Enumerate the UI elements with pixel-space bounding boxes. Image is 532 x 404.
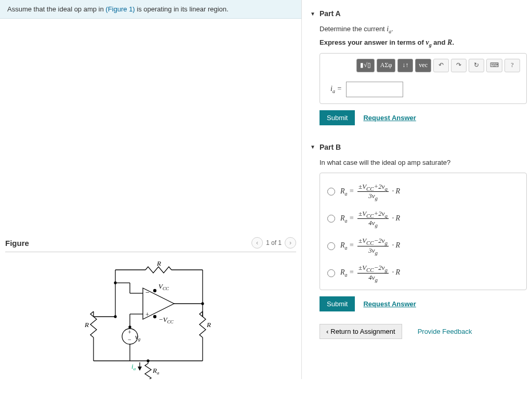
return-button[interactable]: ‹Return to Assignment <box>320 324 402 339</box>
svg-text:+: + <box>128 329 131 336</box>
choice-4[interactable]: Ra = ±VCC−2vg4vg · R <box>327 259 519 286</box>
prompt-post: is operating in its linear region. <box>135 5 229 13</box>
tool-template-button[interactable]: ▮√▯ <box>356 59 375 72</box>
svg-marker-34 <box>138 367 142 371</box>
svg-text:R: R <box>156 259 161 267</box>
choice-2-radio[interactable] <box>327 215 335 223</box>
svg-point-30 <box>129 326 131 328</box>
request-answer-a-link[interactable]: Request Answer <box>363 114 416 122</box>
svg-text:R: R <box>206 321 211 329</box>
svg-point-9 <box>154 316 156 318</box>
svg-text:Ra: Ra <box>152 367 159 375</box>
choice-3[interactable]: Ra = ±VCC−2vg3vg · R <box>327 232 519 259</box>
tool-subscript-button[interactable]: ↓↑ <box>397 59 413 72</box>
svg-point-31 <box>202 303 204 305</box>
part-a-header[interactable]: Part A <box>310 6 527 23</box>
svg-text:vg: vg <box>135 333 141 342</box>
svg-text:VCC: VCC <box>158 282 169 291</box>
svg-point-28 <box>114 282 116 284</box>
choice-1-radio[interactable] <box>327 188 335 196</box>
request-answer-b-link[interactable]: Request Answer <box>363 300 416 308</box>
problem-prompt: Assume that the ideal op amp in (Figure … <box>0 0 301 19</box>
submit-b-button[interactable]: Submit <box>320 296 355 311</box>
svg-text:−VCC: −VCC <box>158 316 174 324</box>
svg-text:+: + <box>145 310 149 318</box>
chevron-left-icon: ‹ <box>326 328 328 335</box>
svg-text:R: R <box>84 321 89 329</box>
tool-keyboard-button[interactable]: ⌨ <box>486 59 502 72</box>
feedback-link[interactable]: Provide Feedback <box>418 328 472 335</box>
choice-4-radio[interactable] <box>327 269 335 277</box>
choice-1[interactable]: Ra = ±VCC+2vg3vg · R <box>327 178 519 205</box>
choice-group-b: Ra = ±VCC+2vg3vg · R Ra = ±VCC+2vg4vg · … <box>320 173 527 291</box>
eq-lhs: ia = <box>330 85 342 94</box>
svg-point-29 <box>114 316 116 318</box>
answer-box-a: ▮√▯ ΑΣφ ↓↑ vec ↶ ↷ ↻ ⌨ ? ia = <box>320 53 527 104</box>
figure-counter: 1 of 1 <box>266 239 282 246</box>
svg-point-8 <box>154 290 156 292</box>
tool-redo-button[interactable]: ↷ <box>451 59 467 72</box>
svg-text:−: − <box>128 336 131 343</box>
prompt-pre: Assume that the ideal op amp in <box>7 5 105 13</box>
figure-prev-button[interactable]: ‹ <box>251 237 263 249</box>
part-a-instruction-1: Determine the current ia. <box>320 25 527 34</box>
tool-vec-button[interactable]: vec <box>415 59 431 72</box>
part-b-header[interactable]: Part B <box>310 140 527 157</box>
choice-2[interactable]: Ra = ±VCC+2vg4vg · R <box>327 205 519 232</box>
answer-input-a[interactable] <box>346 82 403 97</box>
figure-title: Figure <box>5 239 29 247</box>
svg-point-32 <box>147 360 149 362</box>
circuit-diagram: R − + VCC −VCC R R + − vg ia Ra <box>68 259 234 379</box>
svg-text:ia: ia <box>131 362 136 371</box>
tool-help-button[interactable]: ? <box>504 59 520 72</box>
figure-link[interactable]: (Figure 1) <box>105 5 135 13</box>
submit-a-button[interactable]: Submit <box>320 110 355 125</box>
svg-text:−: − <box>145 289 150 296</box>
tool-reset-button[interactable]: ↻ <box>469 59 484 72</box>
choice-3-radio[interactable] <box>327 242 335 250</box>
tool-undo-button[interactable]: ↶ <box>433 59 449 72</box>
tool-greek-button[interactable]: ΑΣφ <box>377 59 396 72</box>
figure-next-button[interactable]: › <box>285 237 296 249</box>
part-a-instruction-2: Express your answer in terms of vg and R… <box>320 38 527 48</box>
part-b-prompt: In what case will the ideal op amp satur… <box>320 159 527 166</box>
